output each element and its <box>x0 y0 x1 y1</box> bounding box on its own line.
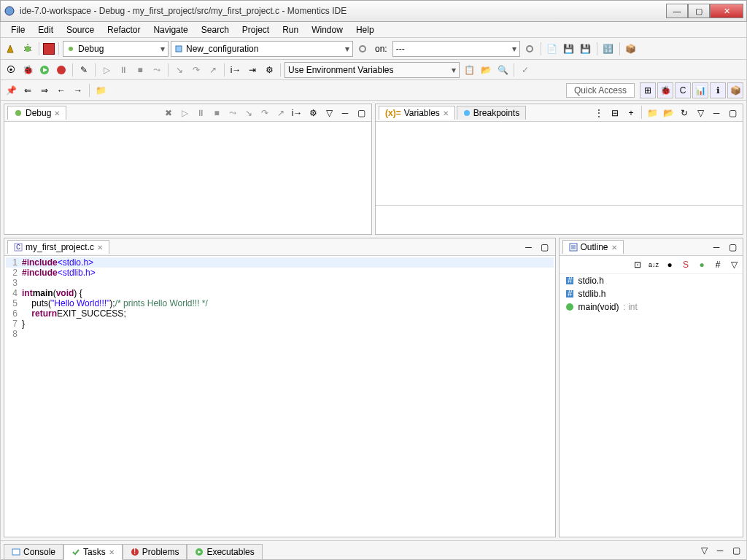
nav-fwd2-icon[interactable]: → <box>71 83 85 98</box>
search-icon[interactable]: 🔍 <box>495 63 510 77</box>
remove-all-icon[interactable]: ✖ <box>161 106 176 120</box>
focus-icon[interactable]: ⊡ <box>630 257 645 272</box>
variables-tab[interactable]: (x)= Variables ✕ <box>379 106 455 120</box>
window-maximize-button[interactable]: ▢ <box>688 4 710 18</box>
sort-icon[interactable]: a↓z <box>646 257 661 272</box>
stop-button[interactable] <box>43 43 55 55</box>
open-folder-icon[interactable]: 📂 <box>479 63 493 77</box>
minimize-icon[interactable]: ─ <box>338 106 352 120</box>
use-step-filters-icon[interactable]: ⚙ <box>262 63 276 77</box>
debug-perspective-button[interactable]: 🐞 <box>657 82 673 98</box>
menu-window[interactable]: Window <box>306 23 349 36</box>
menu-file[interactable]: File <box>5 23 31 36</box>
manage-env-icon[interactable]: 📋 <box>462 63 476 77</box>
open-type-icon[interactable]: 📦 <box>624 42 638 56</box>
outline-item[interactable]: # stdio.h <box>560 274 743 287</box>
nav-back-icon[interactable]: ⇐ <box>20 83 35 98</box>
menu-help[interactable]: Help <box>350 23 380 36</box>
sysinfo-perspective-button[interactable]: ℹ <box>710 82 726 98</box>
gear-icon[interactable] <box>355 42 370 56</box>
nav-fwd-icon[interactable]: ⇒ <box>37 83 52 98</box>
drop-to-frame-icon[interactable]: ⇥ <box>245 63 260 77</box>
refresh-icon[interactable]: ↻ <box>677 106 692 120</box>
instruction-step-icon[interactable]: i→ <box>228 63 243 77</box>
hide-inactive-icon[interactable]: # <box>711 257 725 272</box>
new-icon[interactable]: 📄 <box>545 42 560 56</box>
view-menu-icon[interactable]: ▽ <box>727 257 741 272</box>
new-folder-icon[interactable]: 📁 <box>645 106 659 120</box>
skip-breakpoints-icon[interactable]: ⦿ <box>4 63 18 77</box>
window-close-button[interactable]: ✕ <box>710 4 743 18</box>
code-editor[interactable]: 1#include <stdio.h> 2#include <stdlib.h>… <box>4 256 555 537</box>
debug-bug-icon[interactable] <box>20 42 35 56</box>
wand-icon[interactable]: ✎ <box>77 63 91 77</box>
collapse-all-icon[interactable]: ⊟ <box>608 106 622 120</box>
hide-static-icon[interactable]: S <box>678 257 693 272</box>
maximize-icon[interactable]: ▢ <box>725 240 740 254</box>
debug-icon[interactable]: 🐞 <box>20 63 35 77</box>
save-icon[interactable]: 💾 <box>562 42 576 56</box>
view-menu-icon[interactable]: ▽ <box>322 106 336 120</box>
environment-combo[interactable]: Use Environment Variables ▾ <box>285 62 460 78</box>
suspend-icon[interactable]: ⏸ <box>116 63 131 77</box>
close-icon[interactable]: ✕ <box>97 244 103 252</box>
gear-icon[interactable] <box>522 42 537 56</box>
cpp-perspective-button[interactable]: C <box>675 82 691 98</box>
minimize-icon[interactable]: ─ <box>713 543 727 558</box>
close-icon[interactable]: ✕ <box>54 109 60 117</box>
close-icon[interactable]: ✕ <box>611 244 617 252</box>
menu-navigate[interactable]: Navigate <box>147 23 193 36</box>
run-icon[interactable] <box>37 63 52 77</box>
outline-tab[interactable]: Outline ✕ <box>562 240 624 254</box>
view-menu-icon[interactable]: ▽ <box>697 543 711 558</box>
step-filter-icon[interactable]: ⚙ <box>306 106 320 120</box>
minimize-icon[interactable]: ─ <box>709 240 724 254</box>
menu-search[interactable]: Search <box>196 23 235 36</box>
suspend-icon[interactable]: ⏸ <box>193 106 208 120</box>
menu-source[interactable]: Source <box>61 23 100 36</box>
debug-tab[interactable]: Debug ✕ <box>7 106 66 120</box>
launch-config-combo[interactable]: New_configuration ▾ <box>171 41 353 57</box>
step-return-icon[interactable]: ↗ <box>206 63 220 77</box>
maximize-icon[interactable]: ▢ <box>538 240 552 254</box>
hide-non-public-icon[interactable]: ● <box>694 257 709 272</box>
menu-project[interactable]: Project <box>236 23 275 36</box>
menu-edit[interactable]: Edit <box>32 23 59 36</box>
maximize-icon[interactable]: ▢ <box>729 543 743 558</box>
resume-icon[interactable]: ▷ <box>99 63 114 77</box>
step-into-icon[interactable]: ↘ <box>241 106 256 120</box>
highlight-icon[interactable]: ✓ <box>518 63 533 77</box>
disconnect-icon[interactable]: ⤳ <box>225 106 240 120</box>
toggle-icon[interactable]: 🔢 <box>601 42 616 56</box>
menu-run[interactable]: Run <box>276 23 304 36</box>
open-icon[interactable]: 📂 <box>661 106 676 120</box>
pin-icon[interactable]: 📌 <box>4 83 18 98</box>
editor-tab[interactable]: c my_first_project.c ✕ <box>7 240 109 254</box>
step-over-icon[interactable]: ↷ <box>258 106 272 120</box>
step-over-icon[interactable]: ↷ <box>189 63 204 77</box>
minimize-icon[interactable]: ─ <box>709 106 724 120</box>
close-icon[interactable]: ✕ <box>109 548 115 556</box>
step-return-icon[interactable]: ↗ <box>274 106 288 120</box>
menu-refactor[interactable]: Refactor <box>101 23 146 36</box>
window-minimize-button[interactable]: — <box>666 4 688 18</box>
add-global-icon[interactable]: + <box>624 106 638 120</box>
outline-item[interactable]: main(void) : int <box>560 300 743 314</box>
quick-access-input[interactable]: Quick Access <box>566 83 635 98</box>
maximize-icon[interactable]: ▢ <box>354 106 368 120</box>
nav-back2-icon[interactable]: ← <box>54 83 69 98</box>
disconnect-icon[interactable]: ⤳ <box>150 63 164 77</box>
outline-item[interactable]: # stdlib.h <box>560 287 743 300</box>
resume-icon[interactable]: ▷ <box>177 106 192 120</box>
terminate-icon[interactable]: ■ <box>209 106 224 120</box>
console-tab[interactable]: Console <box>4 544 63 560</box>
build-icon[interactable] <box>4 42 18 56</box>
profile-perspective-button[interactable]: 📊 <box>692 82 708 98</box>
folder-icon[interactable]: 📁 <box>93 83 108 98</box>
target-combo[interactable]: --- ▾ <box>392 41 520 57</box>
problems-tab[interactable]: !Problems <box>123 544 187 560</box>
breakpoints-tab[interactable]: Breakpoints <box>457 106 526 120</box>
show-type-names-icon[interactable]: ⋮ <box>592 106 606 120</box>
open-perspective-button[interactable]: ⊞ <box>640 82 656 98</box>
minimize-icon[interactable]: ─ <box>522 240 536 254</box>
